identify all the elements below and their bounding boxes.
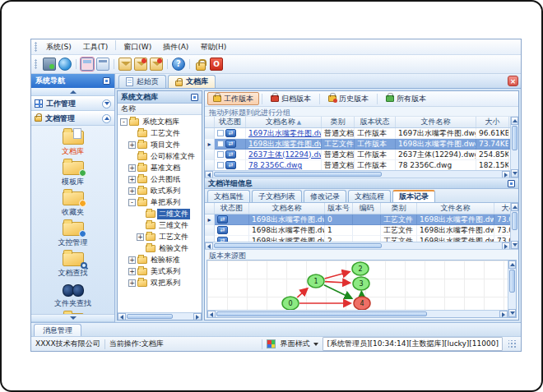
sidebar-item[interactable]: 模板库 xyxy=(35,159,112,190)
lock-icon[interactable] xyxy=(196,62,206,71)
scroll-left-button[interactable] xyxy=(207,311,216,318)
vertical-scrollbar[interactable] xyxy=(510,203,518,249)
horizontal-scrollbar[interactable] xyxy=(205,242,510,249)
table-row[interactable]: ⇄2637主体(12294).dwg普通文档工作版本2637主体(12294).… xyxy=(205,150,518,160)
version-node[interactable]: 2 xyxy=(352,262,369,275)
scroll-left-button[interactable] xyxy=(118,313,126,321)
column-header[interactable]: 版本号 xyxy=(325,203,353,214)
sidebar-item[interactable]: 文件夹查找 xyxy=(35,281,112,311)
detail-tab[interactable]: 版本记录 xyxy=(392,190,435,202)
collapse-icon[interactable]: - xyxy=(120,118,128,126)
globe-icon[interactable] xyxy=(58,58,72,71)
sidebar-item[interactable]: 文控管理 xyxy=(35,220,112,251)
scroll-right-button[interactable] xyxy=(502,242,510,250)
version-filter-button[interactable]: 所有版本 xyxy=(380,92,432,105)
pin-icon[interactable] xyxy=(191,94,198,101)
detail-tab[interactable]: 修改记录 xyxy=(304,190,346,202)
sidebar-item[interactable]: 收藏夹 xyxy=(35,190,112,220)
vertical-scrollbar[interactable] xyxy=(510,117,518,178)
column-header[interactable]: 文件名称 xyxy=(396,117,476,127)
tree-item[interactable]: +欧式系列 xyxy=(118,185,202,196)
folder-window-icon[interactable] xyxy=(81,58,94,71)
tree-horizontal-scrollbar[interactable] xyxy=(118,312,202,320)
nav-collapse-bottom[interactable] xyxy=(31,314,114,322)
scroll-down-button[interactable] xyxy=(511,169,518,178)
tree-item[interactable]: +公共图纸 xyxy=(118,173,202,185)
scroll-left-button[interactable] xyxy=(205,242,213,250)
tab-active[interactable]: 文档库 xyxy=(168,75,216,88)
scroll-thumb[interactable] xyxy=(509,270,515,293)
column-header[interactable]: 大小 xyxy=(476,117,509,127)
expand-icon[interactable]: + xyxy=(128,176,136,183)
tree-item[interactable]: 公司标准文件 xyxy=(118,150,202,162)
column-header[interactable]: 状态图 xyxy=(215,117,246,127)
version-node[interactable]: 0 xyxy=(282,297,299,310)
menu-item[interactable]: 系统(S) xyxy=(40,40,77,54)
nav-group-work[interactable]: 工作管理 xyxy=(31,96,114,111)
checkbox[interactable] xyxy=(217,141,224,147)
nav-collapse-top[interactable] xyxy=(31,88,114,96)
chevron-up-icon[interactable] xyxy=(102,114,111,123)
menu-item[interactable]: 插件(A) xyxy=(157,40,194,54)
tab-message-management[interactable]: 消息管理 xyxy=(34,324,81,336)
tree-item[interactable]: 二维文件 xyxy=(118,208,202,219)
tree-item[interactable]: 工艺文件 xyxy=(118,127,202,139)
expand-icon[interactable]: + xyxy=(128,187,136,195)
tab-inactive[interactable]: 起始页 xyxy=(118,75,166,88)
expand-icon[interactable]: + xyxy=(128,141,136,149)
tree-item[interactable]: -系统文档库 xyxy=(118,116,202,127)
expand-icon[interactable]: + xyxy=(137,233,144,241)
version-node[interactable]: 4 xyxy=(354,297,370,310)
expand-icon[interactable]: + xyxy=(128,268,136,275)
menu-item[interactable]: 帮助(H) xyxy=(194,40,232,54)
scroll-down-button[interactable] xyxy=(511,241,518,249)
menu-item[interactable]: 窗口(W) xyxy=(118,40,157,54)
horizontal-scrollbar[interactable] xyxy=(205,170,510,178)
table-row[interactable]: ▸⇄1698出水嘴零件图.dwg工艺文件工作版本1698出水嘴零件图.dwg73… xyxy=(205,139,518,150)
checkbox[interactable] xyxy=(217,130,224,136)
table-row[interactable]: ▸⇄1698出水嘴零件图.dwg0工艺文件1698出水嘴零件图.dwg73.00… xyxy=(205,214,518,225)
expand-icon[interactable]: + xyxy=(128,256,136,264)
sidebar-item[interactable]: 文档库 xyxy=(35,129,112,159)
scroll-thumb[interactable] xyxy=(216,311,427,316)
graph-horizontal-scrollbar[interactable] xyxy=(207,310,508,317)
help-icon[interactable] xyxy=(172,58,185,71)
window-icon[interactable] xyxy=(96,58,109,71)
checkbox[interactable] xyxy=(217,151,224,158)
chevron-down-icon[interactable] xyxy=(102,99,111,108)
scroll-up-button[interactable] xyxy=(508,261,516,269)
tree-item[interactable]: +基准文档 xyxy=(118,162,202,173)
table-row[interactable]: ⇄1698出水嘴零件图.dwg1工艺文件1698出水嘴零件图.dwg73.00K… xyxy=(205,225,518,236)
scroll-right-button[interactable] xyxy=(502,171,510,178)
table-row[interactable]: ⇄1697出水嘴零件图.dwg普通文档工作版本1697出水嘴零件图.dwg96.… xyxy=(205,128,518,139)
version-node[interactable]: 3 xyxy=(353,277,369,290)
mail-alert-icon[interactable] xyxy=(134,58,147,71)
interface-style-dropdown[interactable] xyxy=(313,343,318,346)
version-filter-button[interactable]: 工作版本 xyxy=(207,92,259,105)
tree-column-header[interactable]: 名称 xyxy=(118,104,202,115)
scroll-thumb[interactable] xyxy=(214,172,382,177)
scroll-thumb[interactable] xyxy=(512,126,517,150)
pin-icon[interactable] xyxy=(103,77,110,85)
graph-vertical-scrollbar[interactable] xyxy=(508,261,516,317)
resize-grip[interactable] xyxy=(508,340,517,348)
menu-item[interactable]: 工具(T) xyxy=(77,40,114,54)
sidebar-item[interactable]: 文档查找 xyxy=(35,251,112,281)
tree-item[interactable]: +项目文件 xyxy=(118,139,202,150)
column-header[interactable]: 版本状态 xyxy=(355,117,396,127)
detail-tab[interactable]: 文档属性 xyxy=(207,190,250,202)
version-filter-button[interactable]: 归档版本 xyxy=(265,92,317,105)
column-header[interactable]: 文档名称 xyxy=(249,203,325,214)
scroll-right-button[interactable] xyxy=(499,311,508,318)
tree-item[interactable]: +工艺文件 xyxy=(118,231,202,242)
scroll-left-button[interactable] xyxy=(205,171,213,178)
detail-tab[interactable]: 文档流程 xyxy=(348,190,391,202)
scroll-down-button[interactable] xyxy=(508,309,516,317)
tree-item[interactable]: -单把系列 xyxy=(118,196,202,208)
scroll-up-button[interactable] xyxy=(511,117,518,125)
column-header[interactable]: 文档名称▲ xyxy=(246,117,322,127)
scroll-thumb[interactable] xyxy=(512,212,517,230)
tree-item[interactable]: +双把系列 xyxy=(118,277,202,288)
version-node[interactable]: 1 xyxy=(308,274,324,288)
scroll-right-button[interactable] xyxy=(193,313,202,321)
